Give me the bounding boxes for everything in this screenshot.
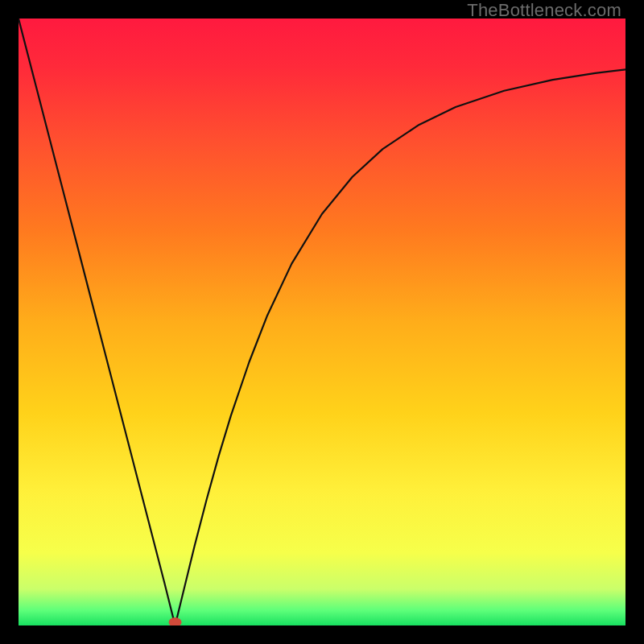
gradient-background [19,19,625,625]
chart-frame [19,19,625,625]
watermark-text: TheBottleneck.com [467,0,621,21]
bottleneck-chart [19,19,625,625]
